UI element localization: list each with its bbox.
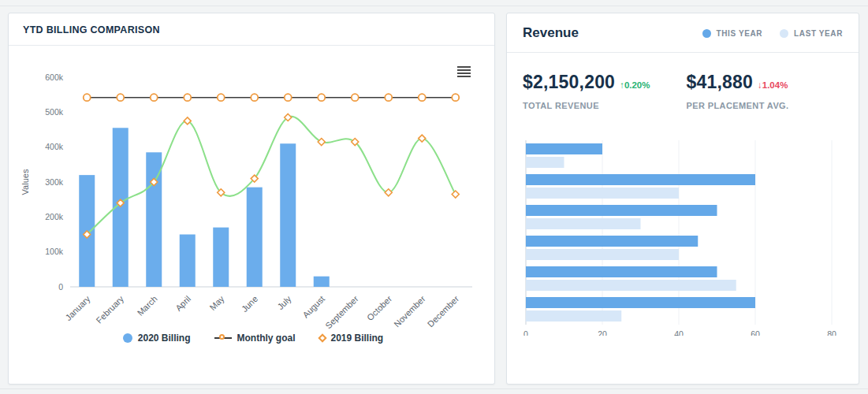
last-year-dot-icon xyxy=(780,29,788,38)
svg-text:60: 60 xyxy=(751,329,760,336)
revenue-chart-area: 020406080 xyxy=(507,117,859,336)
svg-text:October: October xyxy=(365,294,393,322)
legend-label: LAST YEAR xyxy=(794,29,843,38)
bottom-divider xyxy=(0,388,868,389)
per-placement-row: $41,880 ↓1.04% xyxy=(686,72,788,93)
revenue-chart-svg: 020406080 xyxy=(523,139,844,336)
svg-text:500k: 500k xyxy=(45,107,64,117)
total-revenue-label: TOTAL REVENUE xyxy=(523,101,650,110)
svg-text:0: 0 xyxy=(523,329,528,336)
svg-text:March: March xyxy=(136,294,159,318)
legend-item-2019-billing[interactable]: 2019 Billing xyxy=(319,333,384,344)
this-year-dot-icon xyxy=(702,29,711,38)
ytd-billing-card: YTD BILLING COMPARISON 0100k200k300k400k… xyxy=(8,13,495,385)
revenue-legend: THIS YEAR LAST YEAR xyxy=(702,29,843,38)
ytd-card-header: YTD BILLING COMPARISON xyxy=(9,13,494,46)
total-revenue-delta: ↑0.20% xyxy=(620,80,650,90)
svg-text:November: November xyxy=(392,294,427,329)
legend-label: 2019 Billing xyxy=(331,333,384,344)
y-axis-label: Values xyxy=(20,169,30,195)
diamond-series-marker-icon xyxy=(318,333,326,342)
chart-menu-icon[interactable] xyxy=(457,66,471,77)
revenue-card: Revenue THIS YEAR LAST YEAR $2,150,200 ↑… xyxy=(506,13,859,385)
svg-text:300k: 300k xyxy=(45,177,64,187)
legend-label: Monthly goal xyxy=(237,333,296,344)
revenue-card-title: Revenue xyxy=(523,25,579,41)
svg-text:June: June xyxy=(240,294,259,314)
per-placement-delta: ↓1.04% xyxy=(758,80,788,90)
svg-text:40: 40 xyxy=(674,329,684,336)
legend-label: 2020 Billing xyxy=(138,333,191,344)
revenue-stats: $2,150,200 ↑0.20% TOTAL REVENUE $41,880 … xyxy=(507,53,859,117)
revenue-card-header: Revenue THIS YEAR LAST YEAR xyxy=(507,13,859,53)
svg-text:80: 80 xyxy=(827,329,836,336)
svg-text:20: 20 xyxy=(598,329,607,336)
svg-text:400k: 400k xyxy=(45,142,64,151)
ytd-chart-legend: 2020 Billing Monthly goal 2019 Billing xyxy=(18,333,488,344)
ytd-chart-svg: 0100k200k300k400k500k600kValuesJanuaryFe… xyxy=(18,54,488,331)
legend-item-last-year[interactable]: LAST YEAR xyxy=(780,29,843,38)
svg-text:July: July xyxy=(275,294,293,312)
legend-label: THIS YEAR xyxy=(717,29,763,38)
bar-series-marker-icon xyxy=(123,333,132,343)
svg-text:May: May xyxy=(207,294,226,313)
ytd-card-title: YTD BILLING COMPARISON xyxy=(23,24,160,35)
legend-item-monthly-goal[interactable]: Monthly goal xyxy=(214,333,296,344)
per-placement-value: $41,880 xyxy=(686,72,753,93)
svg-text:September: September xyxy=(323,294,360,331)
legend-item-this-year[interactable]: THIS YEAR xyxy=(702,29,763,38)
per-placement-label: PER PLACEMENT AVG. xyxy=(686,101,788,110)
svg-text:January: January xyxy=(64,294,93,323)
top-divider xyxy=(0,6,868,6)
svg-text:600k: 600k xyxy=(45,72,64,82)
goal-series-marker-icon xyxy=(214,333,232,344)
total-revenue-value: $2,150,200 xyxy=(523,72,615,93)
per-placement-stat: $41,880 ↓1.04% PER PLACEMENT AVG. xyxy=(686,72,788,110)
svg-text:August: August xyxy=(300,294,326,320)
legend-item-2020-billing[interactable]: 2020 Billing xyxy=(123,333,191,344)
line-2019-billing[interactable] xyxy=(84,113,460,238)
svg-text:200k: 200k xyxy=(45,212,64,221)
total-revenue-row: $2,150,200 ↑0.20% xyxy=(523,72,650,93)
svg-text:February: February xyxy=(95,294,126,325)
total-revenue-stat: $2,150,200 ↑0.20% TOTAL REVENUE xyxy=(523,72,650,110)
line-monthly-goal[interactable] xyxy=(84,94,460,101)
svg-text:April: April xyxy=(173,294,192,313)
svg-text:December: December xyxy=(426,294,461,329)
svg-text:100k: 100k xyxy=(45,247,64,256)
svg-text:0: 0 xyxy=(58,282,63,292)
ytd-chart-area: 0100k200k300k400k500k600kValuesJanuaryFe… xyxy=(9,46,494,344)
